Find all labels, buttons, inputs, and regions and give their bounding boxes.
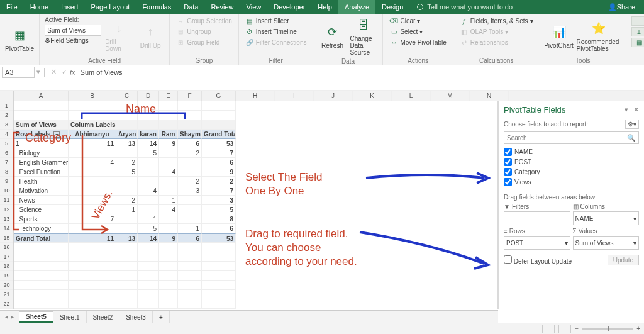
ungroup-icon: ⊟: [176, 28, 185, 35]
name-box[interactable]: A3: [2, 67, 35, 78]
tab-data[interactable]: Data: [177, 0, 204, 14]
drill-down-button: ↓Drill Down: [105, 16, 133, 55]
menu-tabs: File Home Insert Page Layout Formulas Da…: [0, 0, 644, 14]
tab-help[interactable]: Help: [311, 0, 338, 14]
field-post[interactable]: POST: [504, 158, 639, 166]
active-field-label: Active Field:: [45, 16, 101, 23]
tab-analyze[interactable]: Analyze: [338, 0, 375, 14]
field-settings-button[interactable]: ⚙Field Settings: [45, 37, 101, 47]
column-headers[interactable]: A B C D E F G HIJKLMN: [0, 91, 644, 101]
pivotchart-button[interactable]: 📊PivotChart: [545, 16, 573, 55]
sheet-tabs: ◂▸ Sheet5 Sheet1 Sheet2 Sheet3 +: [0, 310, 498, 323]
tab-formulas[interactable]: Formulas: [136, 0, 177, 14]
pane-close-icon[interactable]: ✕: [633, 106, 639, 114]
group-icon: →: [176, 18, 185, 25]
pane-gear-icon[interactable]: ⚙▾: [625, 120, 639, 129]
tab-insert[interactable]: Insert: [55, 0, 85, 14]
pivottable-fields-pane: PivotTable Fields▾✕ Choose fields to add…: [498, 101, 644, 309]
pivottable-button[interactable]: ▦PivotTable: [5, 16, 34, 62]
view-pagebreak-icon[interactable]: [558, 325, 571, 333]
pane-title: PivotTable Fields▾✕: [504, 105, 639, 114]
fis-icon: 𝑓: [460, 18, 469, 25]
timeline-icon: ⏱: [245, 28, 254, 35]
tab-file[interactable]: File: [0, 0, 24, 14]
accept-formula-icon: ✓: [62, 68, 67, 76]
filter-connections-button: 🔗Filter Connections: [244, 38, 308, 47]
cancel-formula-icon: ✕: [51, 68, 57, 76]
view-normal-icon[interactable]: [526, 325, 538, 333]
clear-icon: ⌫: [389, 18, 398, 25]
plusminus-buttons-toggle[interactable]: ±+/- Buttons: [631, 27, 644, 36]
rows-drop[interactable]: POST▾: [504, 236, 570, 250]
fieldlist-icon: ☰: [635, 18, 643, 25]
columns-label: ▥ Columns: [573, 203, 640, 210]
zoom-out-icon[interactable]: −: [575, 325, 579, 332]
tab-review[interactable]: Review: [204, 0, 240, 14]
refresh-button[interactable]: ⟳Refresh: [318, 16, 346, 56]
ungroup-button: ⊟Ungroup: [175, 27, 233, 36]
tab-design[interactable]: Design: [375, 0, 409, 14]
move-pivottable-button[interactable]: ↔Move PivotTable: [388, 38, 447, 47]
zoom-slider[interactable]: [582, 328, 633, 330]
add-sheet-button[interactable]: +: [153, 311, 170, 323]
field-headers-toggle[interactable]: ▦Field Headers: [631, 38, 644, 47]
field-name[interactable]: NAME: [504, 148, 639, 156]
share-button[interactable]: 👤 Share: [599, 0, 644, 14]
gear-icon: ⚙: [45, 37, 50, 47]
values-drop[interactable]: Sum of Views▾: [573, 236, 640, 250]
relationships-button: ⇄Relationships: [458, 38, 535, 47]
rows-label: ≡ Rows: [504, 228, 570, 235]
zoom-in-icon[interactable]: +: [636, 325, 640, 332]
group-field-icon: ⊞: [176, 39, 185, 46]
plusminus-icon: ±: [635, 28, 643, 35]
tab-home[interactable]: Home: [24, 0, 55, 14]
ribbon: ▦PivotTable Active Field: Sum of Views ⚙…: [0, 14, 644, 65]
sheet-nav-next[interactable]: ▸: [11, 313, 14, 320]
refresh-icon: ⟳: [323, 23, 341, 41]
sheet-tab[interactable]: Sheet3: [119, 311, 153, 323]
area-hint: Drag fields between areas below:: [504, 194, 639, 201]
drill-down-icon: ↓: [110, 19, 128, 37]
columns-drop[interactable]: NAME▾: [573, 211, 640, 225]
sheet-tab[interactable]: Sheet5: [19, 311, 53, 323]
update-button[interactable]: Update: [608, 255, 639, 265]
defer-layout-checkbox[interactable]: Defer Layout Update: [504, 255, 572, 265]
field-views[interactable]: Views: [504, 178, 639, 186]
rel-icon: ⇄: [460, 39, 469, 46]
select-icon: ▭: [389, 28, 398, 35]
sheet-nav-prev[interactable]: ◂: [5, 313, 8, 320]
tab-pagelayout[interactable]: Page Layout: [85, 0, 136, 14]
select-button[interactable]: ▭Select ▾: [388, 27, 447, 36]
filter-conn-icon: 🔗: [245, 39, 254, 46]
sheet-tab[interactable]: Sheet1: [53, 311, 87, 323]
recommended-pivottables-button[interactable]: ⭐Recommended PivotTables: [577, 16, 621, 55]
tell-me-search[interactable]: Tell me what you want to do: [409, 0, 599, 14]
view-pagelayout-icon[interactable]: [542, 325, 555, 333]
sheet-tab[interactable]: Sheet2: [87, 311, 120, 323]
rec-pt-icon: ⭐: [590, 19, 608, 37]
filters-label: ▼ Filters: [504, 203, 570, 210]
tab-view[interactable]: View: [240, 0, 268, 14]
slicer-icon: ▤: [245, 18, 254, 25]
tab-developer[interactable]: Developer: [267, 0, 311, 14]
filters-drop[interactable]: [504, 211, 570, 225]
insert-timeline-button[interactable]: ⏱Insert Timeline: [244, 27, 308, 36]
group-selection-button: →Group Selection: [175, 16, 233, 26]
field-search[interactable]: 🔍: [504, 131, 639, 144]
datasource-icon: 🗄: [355, 16, 372, 34]
change-data-source-button[interactable]: 🗄Change Data Source: [350, 16, 377, 56]
field-category[interactable]: Category: [504, 168, 639, 176]
field-list-toggle[interactable]: ☰Field List: [631, 16, 644, 26]
pane-dropdown-icon[interactable]: ▾: [625, 106, 628, 114]
clear-button[interactable]: ⌫Clear ▾: [388, 16, 447, 26]
olap-icon: ◧: [460, 28, 469, 35]
formula-value[interactable]: Sum of Views: [80, 69, 123, 76]
active-field-input[interactable]: Sum of Views: [45, 25, 101, 36]
fx-icon[interactable]: fx: [70, 69, 75, 76]
pane-hint: Choose fields to add to report:: [504, 121, 588, 128]
search-icon: 🔍: [627, 134, 636, 142]
insert-slicer-button[interactable]: ▤Insert Slicer: [244, 16, 308, 26]
row-headers[interactable]: 12345678910111213141516171819202122: [0, 101, 14, 309]
bulb-icon: [417, 4, 423, 10]
fields-items-sets-button[interactable]: 𝑓Fields, Items, & Sets ▾: [458, 16, 535, 26]
